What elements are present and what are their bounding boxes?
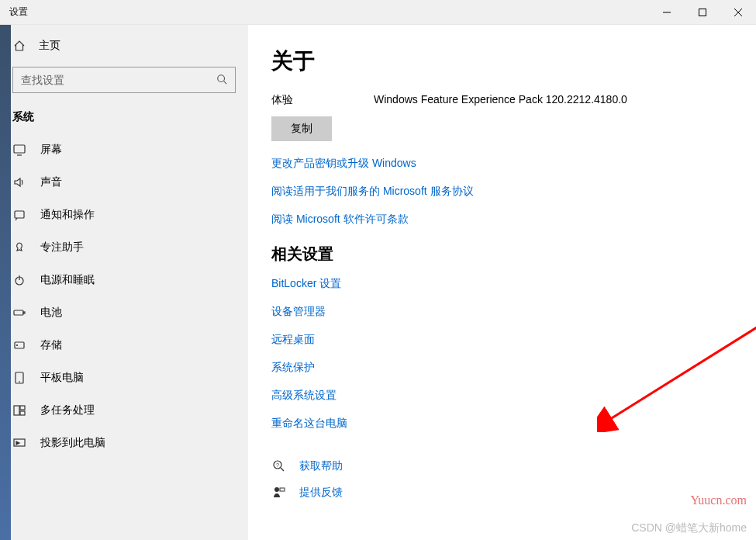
feedback-row[interactable]: 提供反馈 <box>271 485 756 500</box>
notifications-icon <box>12 208 26 222</box>
svg-rect-6 <box>14 145 25 153</box>
svg-point-23 <box>274 487 279 492</box>
sidebar-item-label: 存储 <box>40 338 62 352</box>
sidebar-item-tablet[interactable]: 平板电脑 <box>0 362 248 394</box>
sidebar-item-battery[interactable]: 电池 <box>0 296 248 329</box>
svg-text:?: ? <box>276 462 279 468</box>
sidebar-item-storage[interactable]: 存储 <box>0 329 248 362</box>
maximize-button[interactable] <box>685 0 720 25</box>
annotation-arrow <box>597 269 756 432</box>
svg-rect-13 <box>15 342 24 348</box>
svg-rect-18 <box>20 406 25 410</box>
sidebar-item-label: 平板电脑 <box>40 371 84 385</box>
link-device-manager[interactable]: 设备管理器 <box>271 305 756 319</box>
svg-rect-11 <box>14 310 23 315</box>
tablet-icon <box>12 371 26 385</box>
page-title: 关于 <box>271 47 756 76</box>
home-icon <box>12 39 26 53</box>
help-icon: ? <box>271 459 287 474</box>
get-help-row[interactable]: ? 获取帮助 <box>271 459 756 474</box>
sidebar-item-label: 电源和睡眠 <box>40 273 95 287</box>
svg-rect-19 <box>20 411 25 415</box>
link-remote-desktop[interactable]: 远程桌面 <box>271 333 756 347</box>
watermark-yuucn: Yuucn.com <box>691 493 747 507</box>
svg-point-14 <box>17 345 18 346</box>
link-bitlocker[interactable]: BitLocker 设置 <box>271 277 756 291</box>
svg-rect-24 <box>280 488 285 491</box>
svg-rect-12 <box>23 312 25 313</box>
power-icon <box>12 273 26 287</box>
sidebar-item-label: 投影到此电脑 <box>40 436 105 450</box>
sidebar-item-label: 专注助手 <box>40 241 84 254</box>
link-system-protection[interactable]: 系统保护 <box>271 361 756 375</box>
sidebar-item-label: 电池 <box>40 306 62 320</box>
sidebar-item-label: 屏幕 <box>40 143 62 157</box>
experience-value: Windows Feature Experience Pack 120.2212… <box>374 93 627 107</box>
multitask-icon <box>12 403 26 417</box>
feedback-icon <box>271 485 287 500</box>
link-feedback[interactable]: 提供反馈 <box>299 486 343 500</box>
link-rename-pc[interactable]: 重命名这台电脑 <box>271 417 756 431</box>
experience-row: 体验 Windows Feature Experience Pack 120.2… <box>271 93 756 107</box>
svg-point-4 <box>218 74 225 81</box>
titlebar: 设置 <box>0 0 756 25</box>
sidebar-item-label: 多任务处理 <box>40 403 95 417</box>
sidebar-item-sound[interactable]: 声音 <box>0 166 248 199</box>
minimize-button[interactable] <box>649 0 685 25</box>
sidebar-item-project[interactable]: 投影到此电脑 <box>0 427 248 459</box>
sidebar-item-label: 声音 <box>40 175 62 189</box>
sidebar-item-multitask[interactable]: 多任务处理 <box>0 394 248 427</box>
main-content: 关于 体验 Windows Feature Experience Pack 12… <box>248 25 756 540</box>
focus-icon <box>12 241 26 254</box>
battery-icon <box>12 306 26 320</box>
related-settings-title: 相关设置 <box>271 244 756 265</box>
svg-rect-17 <box>14 406 19 415</box>
sidebar-section-label: 系统 <box>0 104 248 133</box>
display-icon <box>12 143 26 157</box>
sidebar-item-display[interactable]: 屏幕 <box>0 133 248 166</box>
link-change-product-key[interactable]: 更改产品密钥或升级 Windows <box>271 157 756 171</box>
sidebar-item-focus[interactable]: 专注助手 <box>0 231 248 264</box>
copy-button[interactable]: 复制 <box>271 116 332 141</box>
link-services-agreement[interactable]: 阅读适用于我们服务的 Microsoft 服务协议 <box>271 185 756 199</box>
svg-line-5 <box>224 81 227 84</box>
home-nav[interactable]: 主页 <box>0 31 248 61</box>
watermark-csdn: CSDN @蜡笔大新home <box>631 521 747 535</box>
storage-icon <box>12 338 26 352</box>
svg-rect-8 <box>15 211 24 218</box>
search-box[interactable] <box>12 67 236 93</box>
close-button[interactable] <box>720 0 756 25</box>
sidebar-item-notifications[interactable]: 通知和操作 <box>0 199 248 231</box>
desktop-left-strip <box>0 25 11 540</box>
search-input[interactable] <box>21 74 216 86</box>
sidebar-item-power[interactable]: 电源和睡眠 <box>0 264 248 296</box>
sound-icon <box>12 175 26 189</box>
window-title: 设置 <box>9 5 28 19</box>
experience-label: 体验 <box>271 93 374 107</box>
window-controls <box>649 0 756 25</box>
svg-rect-1 <box>699 9 706 16</box>
sidebar: 主页 系统 屏幕 声音 通知和操作 专注助手 电源和睡眠 <box>0 25 248 540</box>
project-icon <box>12 436 26 450</box>
link-get-help[interactable]: 获取帮助 <box>299 459 343 473</box>
home-label: 主页 <box>39 39 60 53</box>
link-license-terms[interactable]: 阅读 Microsoft 软件许可条款 <box>271 213 756 227</box>
link-advanced-system-settings[interactable]: 高级系统设置 <box>271 389 756 403</box>
search-icon <box>216 74 227 87</box>
sidebar-item-label: 通知和操作 <box>40 208 95 222</box>
